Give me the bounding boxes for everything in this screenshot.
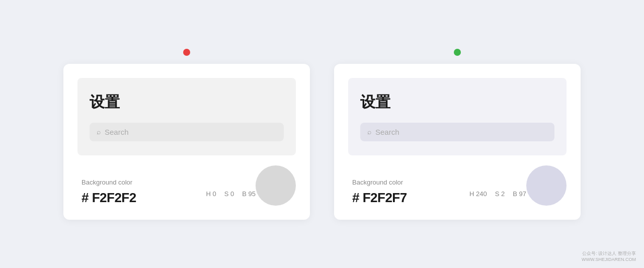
green-dot-indicator [454, 49, 461, 56]
left-search-placeholder: Search [105, 128, 129, 136]
left-b-value: B 95 [242, 190, 256, 198]
left-color-circle [256, 165, 296, 206]
right-card: 设置 ⌕ Search Background color # F2F2F7 H … [334, 64, 581, 220]
left-hsb-values: H 0 S 0 B 95 [206, 190, 256, 198]
right-b-value: B 97 [513, 190, 526, 198]
left-h-value: H 0 [206, 190, 216, 198]
right-info-section: Background color # F2F2F7 H 240 S 2 B 97 [348, 155, 567, 206]
left-search-bar[interactable]: ⌕ Search [90, 123, 284, 141]
right-color-circle [526, 165, 567, 206]
watermark-line2: WWW.SHEJIDAREN.COM [582, 256, 636, 263]
left-search-icon: ⌕ [97, 128, 101, 136]
left-settings-title: 设置 [90, 92, 284, 113]
right-search-icon: ⌕ [367, 128, 371, 136]
right-search-placeholder: Search [375, 128, 399, 136]
right-h-value: H 240 [469, 190, 487, 198]
right-settings-title: 设置 [360, 92, 554, 113]
left-s-value: S 0 [224, 190, 234, 198]
left-card: 设置 ⌕ Search Background color # F2F2F2 H … [63, 64, 310, 220]
left-info-section: Background color # F2F2F2 H 0 S 0 B 95 [77, 155, 296, 206]
right-card-inner: 设置 ⌕ Search [348, 78, 567, 155]
right-panel: 设置 ⌕ Search Background color # F2F2F7 H … [334, 49, 581, 220]
right-s-value: S 2 [495, 190, 505, 198]
red-dot-indicator [183, 49, 190, 56]
left-panel: 设置 ⌕ Search Background color # F2F2F2 H … [63, 49, 310, 220]
right-search-bar[interactable]: ⌕ Search [360, 123, 554, 141]
watermark: 公众号: 设计达人 整理分享 WWW.SHEJIDAREN.COM [582, 250, 636, 263]
watermark-line1: 公众号: 设计达人 整理分享 [582, 250, 636, 257]
left-card-inner: 设置 ⌕ Search [77, 78, 296, 155]
right-hsb-values: H 240 S 2 B 97 [469, 190, 526, 198]
